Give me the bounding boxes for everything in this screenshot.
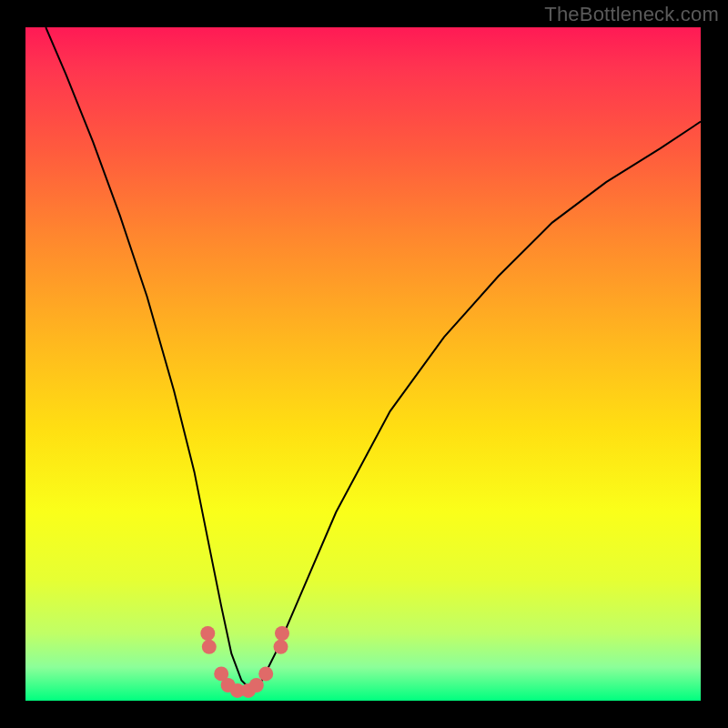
data-marker: [258, 666, 273, 681]
watermark-text: TheBottleneck.com: [544, 3, 719, 26]
data-marker: [202, 640, 217, 654]
bottleneck-curve: [46, 27, 701, 691]
chart-frame: TheBottleneck.com: [0, 0, 728, 728]
curve-svg: [25, 27, 701, 701]
data-markers: [200, 626, 289, 698]
data-marker: [249, 678, 264, 693]
data-marker: [275, 626, 289, 641]
data-marker: [274, 640, 288, 654]
plot-area: [25, 27, 701, 701]
data-marker: [200, 626, 215, 641]
